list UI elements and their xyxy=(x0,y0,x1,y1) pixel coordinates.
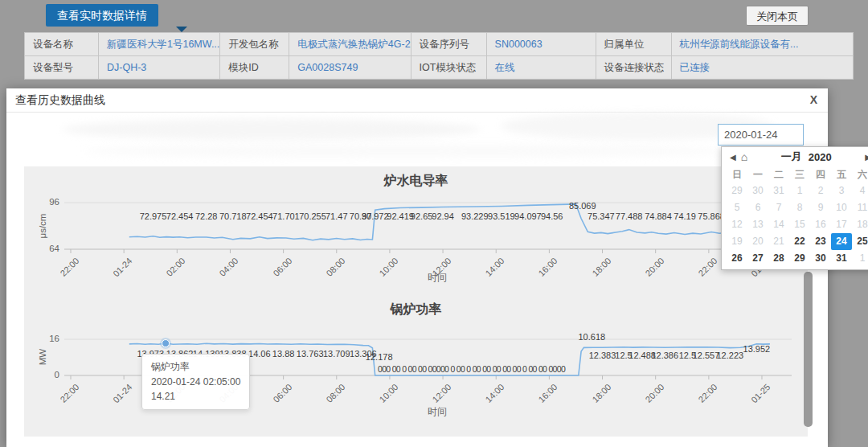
calendar-week-row: 19202122232425 xyxy=(727,233,868,250)
info-value-link[interactable]: 已连接 xyxy=(671,56,853,80)
calendar-day: 16 xyxy=(810,216,831,233)
calendar-dayname: 二 xyxy=(768,166,789,182)
info-label: 设备序列号 xyxy=(411,33,486,56)
calendar-header: ◀ ⌂ 一月 2020 ▶ xyxy=(722,147,868,166)
chart-title: 锅炉功率 xyxy=(24,301,808,318)
calendar-day: 1 xyxy=(852,250,868,267)
date-input[interactable] xyxy=(718,124,804,146)
device-info-row: 设备型号DJ-QH-3模块IDGA0028S749IOT模块状态在线设备连接状态… xyxy=(25,56,854,80)
calendar-prev-icon[interactable]: ◀ xyxy=(727,153,739,162)
calendar-day[interactable]: 31 xyxy=(831,250,852,267)
calendar-dayname: 五 xyxy=(831,166,852,182)
calendar-day: 2 xyxy=(810,182,831,199)
calendar-day[interactable]: 30 xyxy=(810,250,831,267)
x-axis-title: 时间 xyxy=(413,271,461,285)
calendar-day[interactable]: 26 xyxy=(727,250,747,267)
modal-close-icon[interactable]: X xyxy=(810,88,817,112)
calendar-day: 17 xyxy=(831,216,852,233)
info-label: 开发包名称 xyxy=(220,33,289,56)
modal-header: 查看历史数据曲线 X xyxy=(6,88,828,113)
tooltip-timestamp: 2020-01-24 02:05:00 xyxy=(151,375,240,390)
calendar-day: 13 xyxy=(747,216,768,233)
calendar-day[interactable]: 27 xyxy=(747,250,768,267)
calendar-dayname: 六 xyxy=(852,166,868,182)
calendar-day: 20 xyxy=(747,233,768,250)
tab-pointer-icon xyxy=(176,27,187,32)
calendar-day: 6 xyxy=(747,199,768,216)
y-axis-tick-label: 96 xyxy=(27,197,59,207)
calendar-week-row: 2627282930311 xyxy=(727,250,868,267)
device-info-table: 设备名称新疆医科大学1号16MW...开发包名称电极式蒸汽换热锅炉4G-2设备序… xyxy=(24,32,854,80)
info-label: 设备连接状态 xyxy=(596,56,671,80)
view-realtime-data-button[interactable]: 查看实时数据详情 xyxy=(46,4,158,27)
x-axis-title: 时间 xyxy=(413,405,461,419)
data-point-label: 10.618 xyxy=(569,332,614,342)
modal-scrollbar-thumb[interactable] xyxy=(804,272,813,427)
info-label: IOT模块状态 xyxy=(411,56,486,80)
calendar-month-label[interactable]: 一月 xyxy=(778,150,805,164)
calendar-day: 30 xyxy=(747,182,768,199)
calendar-day: 18 xyxy=(852,216,868,233)
hover-point-marker xyxy=(162,340,170,347)
calendar-dayname: 一 xyxy=(747,166,768,182)
info-label: 设备名称 xyxy=(25,33,99,56)
tooltip-value: 14.21 xyxy=(151,389,240,404)
y-axis-tick-label: 64 xyxy=(27,244,59,253)
info-label: 归属单位 xyxy=(596,33,671,56)
calendar-day-selected[interactable]: 24 xyxy=(831,233,852,250)
calendar-day: 31 xyxy=(768,182,789,199)
calendar-day[interactable]: 28 xyxy=(768,250,789,267)
info-value-link[interactable]: 电极式蒸汽换热锅炉4G-2 xyxy=(289,33,411,56)
y-axis-tick-label: 16 xyxy=(27,334,59,343)
info-label: 设备型号 xyxy=(25,56,99,80)
calendar-day: 1 xyxy=(789,182,810,199)
calendar-day[interactable]: 29 xyxy=(789,250,810,267)
calendar-dayname: 四 xyxy=(810,166,831,182)
chart-tooltip: 锅炉功率 2020-01-24 02:05:00 14.21 xyxy=(141,354,250,410)
calendar-grid: 日一二三四五六293031123456789101112131415161718… xyxy=(722,166,868,267)
modal-title: 查看历史数据曲线 xyxy=(15,88,105,112)
calendar-year-label[interactable]: 2020 xyxy=(805,151,835,163)
series-line xyxy=(129,204,770,240)
data-point-label: 94.56 xyxy=(530,211,575,221)
device-info-row: 设备名称新疆医科大学1号16MW...开发包名称电极式蒸汽换热锅炉4G-2设备序… xyxy=(25,33,854,56)
charts-panel: 锅炉功率 2020-01-24 02:05:00 14.21 22:0001-2… xyxy=(24,166,808,437)
calendar-day: 29 xyxy=(727,182,747,199)
calendar-day: 8 xyxy=(789,199,810,216)
info-value-link[interactable]: 在线 xyxy=(486,56,596,80)
info-label: 模块ID xyxy=(220,56,289,80)
calendar-day: 10 xyxy=(831,199,852,216)
info-value-link[interactable]: 杭州华源前线能源设备有... xyxy=(671,33,853,56)
zero-values-labels: 000 00 0 00 00 00000 0 00 0 00 00 00 00 … xyxy=(378,364,565,374)
calendar-day: 12 xyxy=(727,216,747,233)
history-data-modal: 查看历史数据曲线 X 锅炉功率 2020-01-24 02:05:00 14.2… xyxy=(6,88,828,447)
calendar-dayname-row: 日一二三四五六 xyxy=(727,166,868,182)
calendar-day[interactable]: 25 xyxy=(852,233,868,250)
y-axis-title: μs/cm xyxy=(38,208,49,244)
data-point-label: 85.069 xyxy=(560,201,605,211)
page: 查看实时数据详情 关闭本页 设备名称新疆医科大学1号16MW...开发包名称电极… xyxy=(0,0,868,447)
date-picker-popup: ◀ ⌂ 一月 2020 ▶ 日一二三四五六2930311234567891011… xyxy=(721,146,868,270)
info-value-link[interactable]: GA0028S749 xyxy=(289,56,411,80)
calendar-day: 3 xyxy=(831,182,852,199)
y-axis-tick-label: 0 xyxy=(27,370,59,379)
calendar-day[interactable]: 22 xyxy=(789,233,810,250)
calendar-day[interactable]: 23 xyxy=(810,233,831,250)
info-value-link[interactable]: 新疆医科大学1号16MW... xyxy=(99,33,220,56)
info-value-link[interactable]: SN000063 xyxy=(486,33,596,56)
calendar-dayname: 日 xyxy=(727,166,747,182)
close-page-button[interactable]: 关闭本页 xyxy=(746,6,809,26)
calendar-day: 5 xyxy=(727,199,747,216)
info-value-link[interactable]: DJ-QH-3 xyxy=(99,56,220,80)
calendar-week-row: 2930311234 xyxy=(727,182,868,199)
data-point-label: 13.952 xyxy=(734,344,779,354)
calendar-home-icon[interactable]: ⌂ xyxy=(739,151,750,162)
tooltip-series-name: 锅炉功率 xyxy=(151,359,240,375)
data-point-label: 12.178 xyxy=(357,352,402,362)
calendar-day: 14 xyxy=(768,216,789,233)
redaction-smudge xyxy=(63,119,481,140)
calendar-day: 19 xyxy=(727,233,747,250)
calendar-next-icon[interactable]: ▶ xyxy=(862,153,868,162)
calendar-day: 15 xyxy=(789,216,810,233)
calendar-day: 9 xyxy=(810,199,831,216)
